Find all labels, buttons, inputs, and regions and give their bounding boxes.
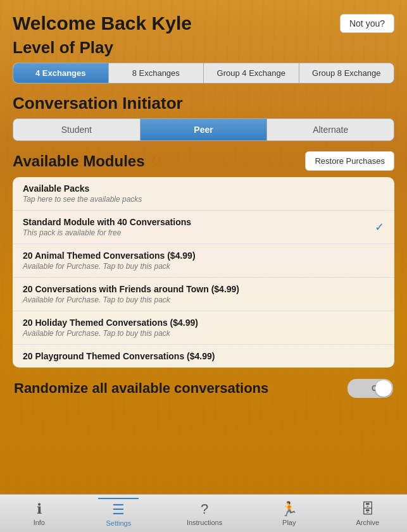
level-tab-3[interactable]: Group 8 Exchange — [299, 63, 394, 83]
not-you-button[interactable]: Not you? — [340, 14, 394, 33]
level-of-play-title: Level of Play — [13, 38, 394, 58]
conversation-initiator-section: Conversation Initiator StudentPeerAltern… — [13, 94, 394, 141]
conv-tab-2[interactable]: Alternate — [267, 119, 394, 140]
randomize-toggle[interactable]: OFF — [348, 379, 393, 398]
module-item-0[interactable]: Available PacksTap here to see the avail… — [13, 177, 394, 211]
module-item-subtitle-1: This pack is available for free — [23, 228, 384, 237]
nav-label-archive: Archive — [356, 519, 379, 526]
welcome-title: Welcome Back Kyle — [13, 13, 192, 34]
nav-icon-settings: ☰ — [112, 502, 125, 518]
conv-tab-1[interactable]: Peer — [141, 119, 268, 140]
module-item-subtitle-2: Available for Purchase. Tap to buy this … — [23, 262, 384, 271]
nav-icon-instructions: ? — [201, 501, 208, 517]
bottom-nav: ℹInfo☰Settings?Instructions🏃Play🗄Archive — [0, 494, 407, 532]
modules-title: Available Modules — [13, 152, 145, 170]
module-item-5[interactable]: 20 Playground Themed Conversations ($4.9… — [13, 345, 394, 368]
restore-purchases-button[interactable]: Restore Purchases — [305, 151, 394, 171]
module-item-4[interactable]: 20 Holiday Themed Conversations ($4.99)A… — [13, 311, 394, 345]
nav-label-settings: Settings — [106, 519, 131, 527]
nav-icon-info: ℹ — [37, 501, 42, 517]
module-item-title-3: 20 Conversations with Friends around Tow… — [23, 284, 384, 294]
nav-item-instructions[interactable]: ?Instructions — [179, 498, 230, 529]
module-item-subtitle-0: Tap here to see the available packs — [23, 195, 384, 204]
level-of-play-section: Level of Play 4 Exchanges8 ExchangesGrou… — [13, 38, 394, 84]
nav-label-instructions: Instructions — [187, 519, 222, 526]
module-item-subtitle-4: Available for Purchase. Tap to buy this … — [23, 329, 384, 338]
nav-icon-archive: 🗄 — [361, 501, 375, 517]
randomize-label: Randomize all available conversations — [14, 380, 268, 397]
nav-item-info[interactable]: ℹInfo — [20, 498, 58, 529]
conversation-initiator-tabs: StudentPeerAlternate — [13, 118, 394, 141]
modules-header: Available Modules ↻ Restore Purchases — [13, 151, 394, 171]
level-tab-2[interactable]: Group 4 Exchange — [204, 63, 299, 83]
randomize-row: Randomize all available conversations OF… — [13, 379, 394, 398]
toggle-knob — [375, 380, 392, 397]
conversation-initiator-title: Conversation Initiator — [13, 94, 394, 113]
module-item-title-5: 20 Playground Themed Conversations ($4.9… — [23, 351, 384, 361]
nav-item-settings[interactable]: ☰Settings — [98, 498, 139, 529]
nav-item-archive[interactable]: 🗄Archive — [348, 498, 387, 529]
module-item-title-1: Standard Module with 40 Conversations — [23, 217, 384, 227]
module-item-1[interactable]: Standard Module with 40 ConversationsThi… — [13, 211, 394, 244]
module-item-3[interactable]: 20 Conversations with Friends around Tow… — [13, 278, 394, 311]
modules-list: Available PacksTap here to see the avail… — [13, 177, 394, 368]
conv-tab-0[interactable]: Student — [13, 119, 141, 140]
level-tab-0[interactable]: 4 Exchanges — [13, 63, 109, 83]
level-of-play-tabs: 4 Exchanges8 ExchangesGroup 4 ExchangeGr… — [13, 63, 394, 84]
module-item-title-4: 20 Holiday Themed Conversations ($4.99) — [23, 318, 384, 328]
header-row: Welcome Back Kyle Not you? — [13, 13, 394, 34]
nav-label-info: Info — [34, 519, 45, 526]
level-tab-1[interactable]: 8 Exchanges — [109, 63, 204, 83]
nav-item-play[interactable]: 🏃Play — [270, 498, 308, 529]
module-item-title-2: 20 Animal Themed Conversations ($4.99) — [23, 251, 384, 261]
module-item-2[interactable]: 20 Animal Themed Conversations ($4.99)Av… — [13, 244, 394, 278]
module-item-title-0: Available Packs — [23, 183, 384, 194]
nav-icon-play: 🏃 — [280, 501, 297, 517]
refresh-icon[interactable]: ↻ — [150, 153, 161, 170]
nav-label-play: Play — [282, 519, 296, 526]
module-item-subtitle-3: Available for Purchase. Tap to buy this … — [23, 295, 384, 304]
modules-title-row: Available Modules ↻ — [13, 152, 161, 170]
checkmark-icon-1: ✓ — [375, 220, 384, 234]
